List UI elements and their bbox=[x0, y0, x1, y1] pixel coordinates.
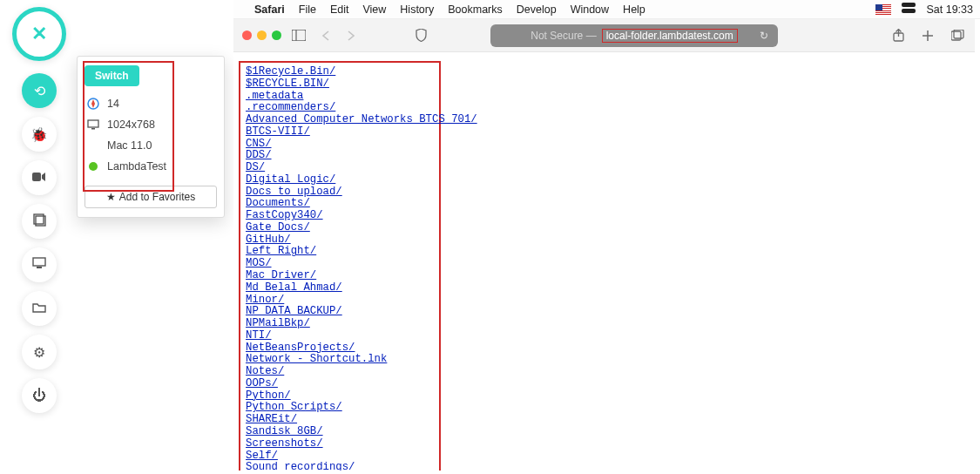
menu-edit[interactable]: Edit bbox=[330, 3, 349, 16]
resolution-icon bbox=[86, 119, 100, 130]
tab-overview-button[interactable] bbox=[949, 27, 966, 44]
dir-link[interactable]: BTCS-VIII/ bbox=[246, 126, 434, 139]
macos-menubar: Safari File Edit View History Bookmarks … bbox=[233, 0, 980, 19]
session-config-panel: Switch 14 1024x768 Mac 11.0 LambdaTest ★… bbox=[77, 56, 225, 218]
directory-listing: $1Recycle.Bin/$RECYCLE.BIN/.metadata.rec… bbox=[239, 61, 441, 471]
provider-row: LambdaTest bbox=[84, 156, 217, 177]
bug-icon: 🐞 bbox=[30, 126, 48, 143]
os-row: Mac 11.0 bbox=[84, 135, 217, 156]
window-traffic-lights[interactable] bbox=[242, 30, 281, 40]
resolution-row: 1024x768 bbox=[84, 114, 217, 135]
dir-link[interactable]: CNS/ bbox=[246, 139, 434, 151]
address-bar[interactable]: Not Secure — local-folder.lambdatest.com… bbox=[490, 24, 778, 47]
settings-button[interactable]: ⚙ bbox=[22, 335, 57, 369]
dir-link[interactable]: NetBeansProjects/ bbox=[246, 342, 434, 355]
menubar-clock[interactable]: Sat 19:33 bbox=[926, 3, 973, 16]
add-to-favorites-button[interactable]: ★ Add to Favorites bbox=[84, 186, 217, 208]
gallery-icon bbox=[33, 213, 46, 230]
menubar-app-name[interactable]: Safari bbox=[254, 3, 285, 16]
dir-link[interactable]: Minor/ bbox=[246, 295, 434, 307]
gear-icon: ⚙ bbox=[33, 344, 45, 361]
dir-link[interactable]: Mac Driver/ bbox=[246, 270, 434, 282]
dir-link[interactable]: Sound recordings/ bbox=[246, 462, 434, 471]
zoom-window-dot[interactable] bbox=[272, 30, 281, 40]
safari-window: Not Secure — local-folder.lambdatest.com… bbox=[233, 19, 975, 471]
dir-link[interactable]: FastCopy340/ bbox=[246, 210, 434, 222]
address-domain: local-folder.lambdatest.com bbox=[602, 29, 738, 43]
dir-link[interactable]: Docs to upload/ bbox=[246, 186, 434, 199]
menu-file[interactable]: File bbox=[299, 3, 316, 16]
minimize-window-dot[interactable] bbox=[257, 30, 267, 40]
browser-version-value: 14 bbox=[107, 98, 119, 110]
favorites-label: Add to Favorites bbox=[119, 191, 195, 203]
dir-link[interactable]: Python/ bbox=[246, 390, 434, 403]
dir-link[interactable]: NTI/ bbox=[246, 330, 434, 342]
switch-config-button[interactable]: ⟲ bbox=[22, 73, 57, 108]
video-icon bbox=[32, 170, 46, 186]
files-button[interactable] bbox=[22, 291, 57, 326]
end-session-button[interactable]: ⏻ bbox=[22, 378, 57, 413]
share-button[interactable] bbox=[889, 27, 907, 44]
dir-link[interactable]: NP DATA BACKUP/ bbox=[246, 306, 434, 318]
close-icon: ✕ bbox=[31, 23, 47, 45]
menu-view[interactable]: View bbox=[362, 3, 386, 16]
input-source-flag-icon[interactable] bbox=[875, 4, 891, 15]
nav-back-button[interactable] bbox=[316, 27, 334, 44]
dir-link[interactable]: $RECYCLE.BIN/ bbox=[246, 78, 434, 91]
dir-link[interactable]: .metadata bbox=[246, 91, 434, 103]
dir-link[interactable]: SHAREit/ bbox=[246, 414, 434, 426]
close-session-button[interactable]: ✕ bbox=[12, 7, 66, 61]
control-center-icon[interactable] bbox=[902, 3, 916, 16]
bug-report-button[interactable]: 🐞 bbox=[22, 117, 57, 152]
dir-link[interactable]: Digital Logic/ bbox=[246, 174, 434, 186]
nav-forward-button[interactable] bbox=[342, 27, 360, 44]
dir-link[interactable]: Python Scripts/ bbox=[246, 402, 434, 414]
switch-button[interactable]: Switch bbox=[84, 65, 139, 86]
svg-rect-10 bbox=[292, 30, 306, 41]
privacy-shield-button[interactable] bbox=[412, 27, 429, 44]
dir-link[interactable]: DS/ bbox=[246, 162, 434, 174]
os-value: Mac 11.0 bbox=[107, 139, 152, 152]
dir-link[interactable]: Self/ bbox=[246, 450, 434, 463]
menu-window[interactable]: Window bbox=[571, 3, 609, 16]
safari-icon bbox=[86, 98, 100, 110]
safari-content[interactable]: $1Recycle.Bin/$RECYCLE.BIN/.metadata.rec… bbox=[233, 52, 975, 471]
menu-help[interactable]: Help bbox=[623, 3, 645, 16]
close-window-dot[interactable] bbox=[242, 30, 252, 40]
dir-link[interactable]: Sandisk 8GB/ bbox=[246, 426, 434, 438]
video-record-button[interactable] bbox=[22, 160, 57, 195]
dir-link[interactable]: $1Recycle.Bin/ bbox=[246, 66, 434, 78]
dir-link[interactable]: Network - Shortcut.lnk bbox=[246, 354, 434, 366]
star-icon: ★ bbox=[106, 191, 116, 203]
new-tab-button[interactable] bbox=[919, 27, 936, 44]
devtools-button[interactable] bbox=[22, 247, 57, 282]
dir-link[interactable]: OOPs/ bbox=[246, 378, 434, 390]
refresh-swap-icon: ⟲ bbox=[34, 83, 45, 99]
sidebar-toggle-button[interactable] bbox=[290, 27, 308, 44]
not-secure-label: Not Secure — bbox=[531, 30, 596, 42]
monitor-icon bbox=[32, 257, 46, 273]
dir-link[interactable]: MOS/ bbox=[246, 258, 434, 270]
gallery-button[interactable] bbox=[22, 204, 57, 239]
dir-link[interactable]: Left Right/ bbox=[246, 246, 434, 258]
dir-link[interactable]: NPMailBkp/ bbox=[246, 318, 434, 330]
menu-history[interactable]: History bbox=[400, 3, 434, 16]
left-tool-rail: ✕ ⟲ 🐞 ⚙ ⏻ bbox=[0, 0, 78, 474]
dir-link[interactable]: DDS/ bbox=[246, 150, 434, 162]
dir-link[interactable]: .recommenders/ bbox=[246, 102, 434, 114]
menu-bookmarks[interactable]: Bookmarks bbox=[448, 3, 503, 16]
dir-link[interactable]: Md Belal Ahmad/ bbox=[246, 282, 434, 295]
provider-value: LambdaTest bbox=[107, 160, 166, 173]
dir-link[interactable]: Notes/ bbox=[246, 366, 434, 378]
browser-version-row: 14 bbox=[84, 93, 217, 114]
reload-button[interactable]: ↻ bbox=[755, 27, 773, 44]
dir-link[interactable]: Screenshots/ bbox=[246, 438, 434, 450]
svg-rect-3 bbox=[33, 258, 45, 266]
dir-link[interactable]: Documents/ bbox=[246, 198, 434, 210]
status-indicator-icon bbox=[86, 162, 100, 171]
svg-rect-8 bbox=[902, 3, 916, 7]
menu-develop[interactable]: Develop bbox=[517, 3, 557, 16]
dir-link[interactable]: Gate Docs/ bbox=[246, 222, 434, 234]
dir-link[interactable]: Advanced Computer Networks BTCS 701/ bbox=[246, 114, 434, 126]
dir-link[interactable]: GitHub/ bbox=[246, 234, 434, 247]
